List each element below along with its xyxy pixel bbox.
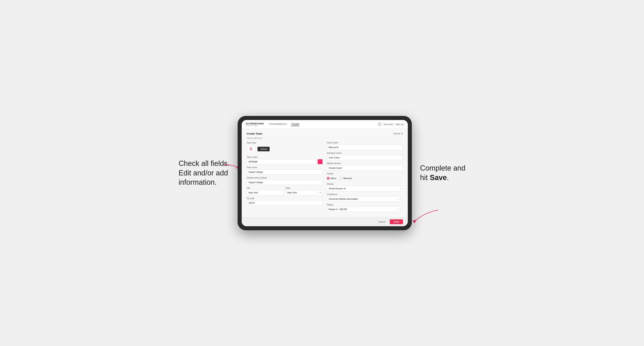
- region-group: Region Region II - (M) DIII ✕ ▼: [327, 203, 403, 212]
- logo-title: SCOREBOARD: [246, 122, 264, 125]
- display-name-group: Display name (unique): [246, 177, 323, 185]
- conference-group: Conference University Athletic Associati…: [327, 193, 403, 201]
- state-clear-icon[interactable]: ✕: [318, 192, 319, 194]
- team-colour-group: Team colour: [246, 156, 323, 164]
- head-coach-input[interactable]: [327, 145, 403, 150]
- athletic-director-group: Athletic Director: [327, 162, 403, 171]
- head-coach-group: Head Coach: [327, 142, 403, 150]
- region-select-wrapper: Region II - (M) DIII ✕ ▼: [327, 207, 403, 212]
- annotation-right-bold: Save: [430, 173, 447, 182]
- arrow-save: [414, 208, 440, 224]
- annotation-right-line1: Complete and: [420, 164, 465, 172]
- navigation-bar: SCOREBOARD Powered by clippd TOURNAMENTS…: [242, 120, 408, 129]
- display-name-input[interactable]: [246, 180, 323, 185]
- state-select[interactable]: New York: [286, 190, 323, 195]
- form-footer: Cancel Save: [242, 217, 408, 226]
- section-label: TEAM DETAILS: [246, 137, 403, 139]
- team-colour-label: Team colour: [246, 156, 323, 158]
- gender-group: Gender Mens Womens: [327, 173, 403, 181]
- zip-group: Zip code: [246, 197, 323, 205]
- upload-button[interactable]: Upload: [258, 147, 270, 151]
- tablet-frame: SCOREBOARD Powered by clippd TOURNAMENTS…: [238, 116, 412, 230]
- radio-womens-dot: [339, 177, 342, 180]
- state-group: State New York ✕ ▼: [286, 187, 323, 195]
- athletic-director-input[interactable]: [327, 165, 403, 171]
- form-cancel-top[interactable]: Cancel ✕: [393, 132, 403, 135]
- team-logo-label: Team logo: [246, 142, 323, 144]
- save-button[interactable]: Save: [390, 219, 403, 224]
- zip-input[interactable]: [246, 200, 323, 205]
- assistant-coach-label: Assistant Coach: [327, 152, 403, 154]
- form-header: Create Team Cancel ✕: [246, 132, 403, 135]
- radio-mens-dot: [327, 177, 330, 180]
- division-group: Division NCAA Division III ▼: [327, 183, 403, 191]
- sign-out-link[interactable]: Sign out: [396, 123, 404, 126]
- conference-label: Conference: [327, 193, 403, 195]
- app-logo: SCOREBOARD Powered by clippd: [246, 122, 264, 126]
- close-icon[interactable]: ✕: [401, 132, 403, 135]
- gender-mens-option[interactable]: Mens: [327, 177, 336, 180]
- city-label: City: [246, 187, 284, 189]
- region-label: Region: [327, 203, 403, 206]
- nav-teams[interactable]: TEAMS: [291, 122, 299, 126]
- cancel-label: Cancel: [393, 132, 400, 135]
- logo-preview: C: [246, 145, 256, 154]
- tablet-device: SCOREBOARD Powered by clippd TOURNAMENTS…: [238, 116, 412, 230]
- color-swatch[interactable]: [318, 159, 323, 164]
- form-body: Team logo C Upload Team colour: [246, 142, 403, 214]
- annotation-right-line2b: .: [447, 173, 449, 182]
- gender-mens-label: Mens: [330, 177, 336, 179]
- assistant-coach-input[interactable]: [327, 155, 403, 160]
- gender-womens-option[interactable]: Womens: [339, 177, 352, 180]
- nav-user-section: Test User | Sign out: [378, 122, 404, 127]
- athletic-director-label: Athletic Director: [327, 162, 403, 165]
- city-state-row: City State New York ✕: [246, 187, 323, 195]
- head-coach-label: Head Coach: [327, 142, 403, 144]
- display-name-label: Display name (unique): [246, 177, 323, 179]
- form-right-column: Head Coach Assistant Coach Athletic Dire…: [327, 142, 403, 214]
- right-annotation: Complete and hit Save.: [420, 164, 465, 182]
- region-select[interactable]: Region II - (M) DIII: [327, 207, 403, 212]
- team-name-group: Team name: [246, 166, 323, 174]
- state-select-wrapper: New York ✕ ▼: [286, 190, 323, 195]
- gender-options: Mens Womens: [327, 176, 403, 181]
- annotation-line2: Edit and/or add: [178, 169, 228, 177]
- conference-select[interactable]: University Athletic Association: [327, 196, 403, 201]
- team-logo-group: Team logo C Upload: [246, 142, 323, 154]
- nav-username: Test User |: [384, 123, 394, 126]
- team-name-label: Team name: [246, 166, 323, 169]
- zip-label: Zip code: [246, 197, 323, 199]
- form-left-column: Team logo C Upload Team colour: [246, 142, 323, 214]
- gender-label: Gender: [327, 173, 403, 175]
- division-select[interactable]: NCAA Division III: [327, 186, 403, 191]
- tablet-screen: SCOREBOARD Powered by clippd TOURNAMENTS…: [242, 120, 408, 226]
- region-clear-icon[interactable]: ✕: [398, 208, 399, 210]
- nav-links: TOURNAMENTS TEAMS: [269, 122, 378, 126]
- annotation-line3: information.: [178, 178, 216, 186]
- form-container: Create Team Cancel ✕ TEAM DETAILS Team: [242, 129, 408, 217]
- division-label: Division: [327, 183, 403, 185]
- division-select-wrapper: NCAA Division III ▼: [327, 186, 403, 191]
- nav-tournaments[interactable]: TOURNAMENTS: [269, 122, 287, 126]
- team-name-input[interactable]: [246, 169, 323, 174]
- city-group: City: [246, 187, 284, 195]
- logo-subtitle: Powered by clippd: [246, 125, 264, 126]
- state-label: State: [286, 187, 323, 189]
- color-row: [246, 159, 323, 164]
- assistant-coach-group: Assistant Coach: [327, 152, 403, 160]
- conference-clear-icon[interactable]: ✕: [398, 198, 399, 200]
- city-input[interactable]: [246, 190, 284, 195]
- avatar: [378, 122, 382, 127]
- annotation-right-line2a: hit: [420, 173, 430, 182]
- cancel-button[interactable]: Cancel: [376, 219, 388, 224]
- form-title: Create Team: [246, 132, 262, 135]
- conference-select-wrapper: University Athletic Association ✕ ▼: [327, 196, 403, 201]
- gender-womens-label: Womens: [343, 177, 352, 179]
- team-colour-input[interactable]: [246, 159, 316, 164]
- team-logo-area: C Upload: [246, 145, 323, 154]
